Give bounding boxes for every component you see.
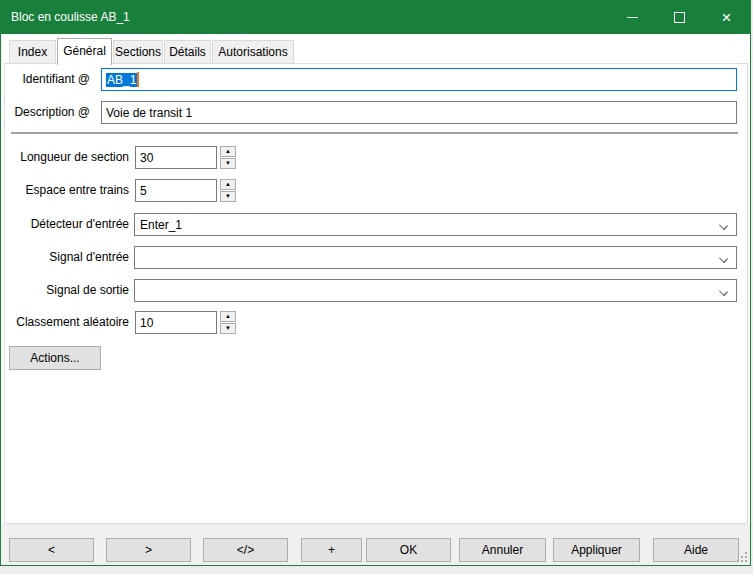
detecteur-entree-value: Enter_1 [140,218,182,232]
maximize-icon [674,12,685,23]
next-button[interactable]: > [106,538,191,562]
prev-button[interactable]: < [9,538,94,562]
tab-sections[interactable]: Sections [113,40,163,64]
identifiant-label: Identifiant @ [9,68,90,91]
titlebar: Bloc en coulisse AB_1 × [1,1,750,34]
description-field[interactable] [101,101,737,124]
actions-button[interactable]: Actions... [9,346,101,370]
spin-down-icon[interactable]: ▼ [220,158,236,169]
text-caret [137,72,139,87]
signal-sortie-combobox[interactable] [134,279,737,302]
window-title: Bloc en coulisse AB_1 [11,1,130,34]
espace-trains-label: Espace entre trains [9,179,129,202]
spin-up-icon[interactable]: ▲ [220,179,236,190]
classement-aleatoire-label: Classement aléatoire [9,311,129,334]
longueur-section-spinner: ▲ ▼ [220,146,236,169]
chevron-down-icon [719,254,728,263]
code-button[interactable]: </> [203,538,288,562]
dialog-window: Bloc en coulisse AB_1 × Index Général Se… [0,0,751,566]
identifiant-selected-text: AB_1 [106,73,137,87]
minimize-icon [627,17,638,18]
classement-aleatoire-spinner: ▲ ▼ [220,311,236,334]
tab-index[interactable]: Index [9,40,56,64]
espace-trains-field[interactable] [135,179,217,202]
signal-sortie-label: Signal de sortie [9,279,129,302]
chevron-down-icon [719,221,728,230]
maximize-button[interactable] [656,1,703,34]
minimize-button[interactable] [609,1,656,34]
chevron-down-icon [719,287,728,296]
signal-entree-label: Signal d'entrée [9,246,129,269]
longueur-section-label: Longueur de section [9,146,129,169]
add-button[interactable]: + [301,538,362,562]
spin-up-icon[interactable]: ▲ [220,311,236,322]
tab-autorisations[interactable]: Autorisations [212,40,294,64]
tab-general[interactable]: Général [57,38,112,65]
detecteur-entree-label: Détecteur d'entrée [9,213,129,236]
close-button[interactable]: × [703,1,750,34]
classement-aleatoire-field[interactable] [135,311,217,334]
espace-trains-spinner: ▲ ▼ [220,179,236,202]
cancel-button[interactable]: Annuler [459,538,546,562]
description-label: Description @ [9,101,90,124]
signal-entree-combobox[interactable] [134,246,737,269]
screen: Bloc en coulisse AB_1 × Index Général Se… [0,0,753,574]
identifiant-field[interactable]: AB_1 [101,68,737,91]
spin-down-icon[interactable]: ▼ [220,323,236,334]
longueur-section-field[interactable] [135,146,217,169]
detecteur-entree-combobox[interactable]: Enter_1 [134,213,737,236]
close-icon: × [722,9,732,26]
section-separator [11,132,738,134]
spin-down-icon[interactable]: ▼ [220,191,236,202]
ok-button[interactable]: OK [366,538,451,562]
apply-button[interactable]: Appliquer [553,538,640,562]
resize-grip[interactable] [737,552,747,562]
tab-details[interactable]: Détails [164,40,211,64]
help-button[interactable]: Aide [653,538,739,562]
spin-up-icon[interactable]: ▲ [220,146,236,157]
